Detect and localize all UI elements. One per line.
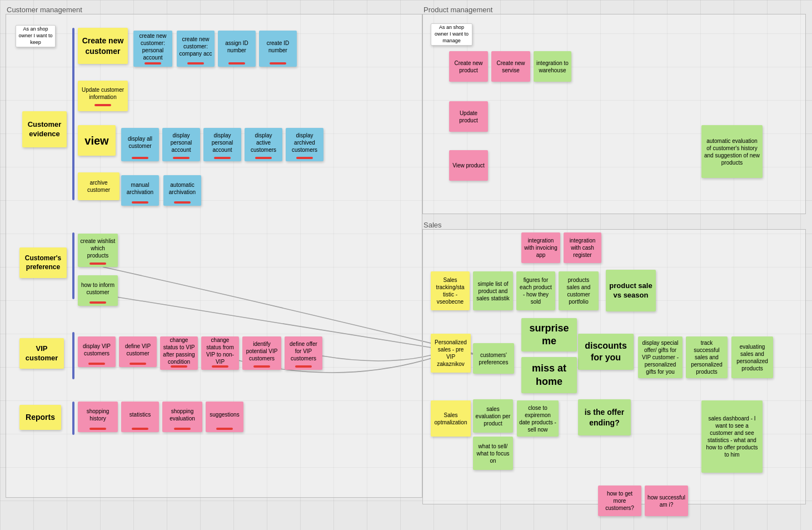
update-product-note[interactable]: Update product (449, 101, 488, 132)
view-product-note[interactable]: View product (449, 150, 488, 181)
manual-archivation-note[interactable]: manual archivation (121, 175, 159, 206)
vip-customer-label[interactable]: VIP customer (19, 338, 64, 369)
integration-invoicing-note[interactable]: integration with invoicing app (521, 232, 560, 263)
change-status-to-vip-note[interactable]: change status to VIP after passing condi… (160, 336, 198, 370)
surprise-me-note[interactable]: surprise me (521, 318, 577, 351)
automatic-archivation-note[interactable]: automatic archivation (163, 175, 201, 206)
sales-dashboard-note[interactable]: sales dashboard - I want to see a custom… (701, 400, 763, 473)
create-id-number-note[interactable]: create ID number (259, 31, 297, 67)
discounts-for-you-note[interactable]: discounts for you (578, 334, 634, 370)
reports-label[interactable]: Reports (19, 405, 61, 430)
sales-optmalization-note[interactable]: Sales optmalization (431, 400, 471, 437)
products-sales-note[interactable]: products sales and customer portfolio (559, 271, 599, 310)
reports-vbar (72, 402, 74, 435)
display-archived-customers-note[interactable]: display archived customers (286, 128, 323, 161)
customer-evidence-label[interactable]: Customer evidence (22, 111, 67, 147)
view-note[interactable]: view (78, 125, 116, 156)
create-new-customer-note[interactable]: Create new customer (78, 28, 128, 64)
close-to-expiration-note[interactable]: close to expiremon date products - sell … (517, 400, 559, 437)
statistics-note[interactable]: statistics (121, 402, 159, 432)
create-wishlist-note[interactable]: create wishlist which products (78, 234, 118, 267)
define-vip-note[interactable]: define VIP customer (119, 336, 157, 367)
integration-warehouse-note[interactable]: integration to warehouse (534, 51, 571, 82)
is-offer-ending-note[interactable]: is the offer ending? (578, 399, 631, 435)
display-all-customer-note[interactable]: display all customer (121, 128, 159, 161)
change-status-from-vip-note[interactable]: change status from VIP to non-VIP (201, 336, 239, 370)
customer-preference-vbar (72, 232, 74, 299)
how-to-get-more-note[interactable]: how to get more customers? (598, 486, 641, 516)
display-personal-account-note[interactable]: display personal account (162, 128, 200, 161)
customers-preferences-note[interactable]: customers' preferences (473, 343, 514, 374)
define-offer-vip-note[interactable]: define offer for VIP customers (285, 336, 322, 370)
track-successful-note[interactable]: track successful sales and personalized … (686, 336, 728, 378)
archive-customer-note[interactable]: archive customer (78, 172, 119, 200)
customers-preference-label[interactable]: Customer's preference (19, 247, 67, 278)
how-to-inform-note[interactable]: how to inform customer (78, 275, 118, 306)
simple-list-note[interactable]: simple list of product and sales statist… (473, 271, 513, 310)
vip-customer-vbar (72, 332, 74, 379)
personalized-sales-note[interactable]: Personalized sales - pre VIP zakaznikov (431, 334, 471, 373)
update-customer-note[interactable]: Update customer information (78, 81, 128, 111)
identify-potential-vip-note[interactable]: identify potential VIP customers (242, 336, 281, 370)
display-personal-account-2-note[interactable]: display personal account (203, 128, 241, 161)
product-management-label: Product management (424, 6, 492, 14)
display-vip-note[interactable]: display VIP customers (78, 336, 116, 367)
shopping-history-note[interactable]: shopping history (78, 402, 118, 432)
assign-id-number-note[interactable]: assign ID number (218, 31, 256, 67)
figures-each-product-note[interactable]: figures for each product - how they sold (516, 271, 555, 310)
create-company-account-note[interactable]: create new customer: company acc (177, 31, 215, 67)
display-special-offers-note[interactable]: display special offer/ gifts for VIP cus… (638, 336, 683, 378)
customer-evidence-vbar (72, 28, 74, 200)
create-new-product-note[interactable]: Create new product (449, 51, 488, 82)
create-personal-account-note[interactable]: create new customer: personal account (133, 31, 172, 67)
what-to-sell-note[interactable]: what to sell/ what to focus on (473, 437, 513, 470)
sales-label: Sales (424, 221, 442, 229)
suggestions-note[interactable]: suggestions (206, 402, 243, 432)
display-active-customers-note[interactable]: display active customers (245, 128, 282, 161)
product-sale-vs-season-note[interactable]: product sale vs season (606, 270, 656, 311)
sales-tracking-note[interactable]: Sales tracking/sta tistic - vseobecne (431, 271, 470, 310)
user-story-note-1[interactable]: As an shop owner I want to keep (16, 25, 56, 47)
canvas: Customer management As an shop owner I w… (0, 0, 812, 530)
sales-evaluation-per-product-note[interactable]: sales evaluation per product (473, 399, 513, 433)
how-successful-note[interactable]: how successful am i? (645, 486, 688, 516)
evaluating-sales-note[interactable]: evaluating sales and personalized produc… (731, 336, 773, 378)
shopping-evaluation-note[interactable]: shopping evaluation (162, 402, 202, 432)
create-new-service-note[interactable]: Create new servise (491, 51, 530, 82)
integration-cash-note[interactable]: integration with cash register (564, 232, 601, 263)
customer-management-label: Customer management (7, 6, 82, 14)
miss-at-home-note[interactable]: miss at home (521, 357, 577, 393)
user-story-note-2[interactable]: As an shop owner I want to manage (431, 23, 472, 46)
automatic-evaluation-note[interactable]: automatic evaluation of customer's histo… (701, 125, 763, 178)
